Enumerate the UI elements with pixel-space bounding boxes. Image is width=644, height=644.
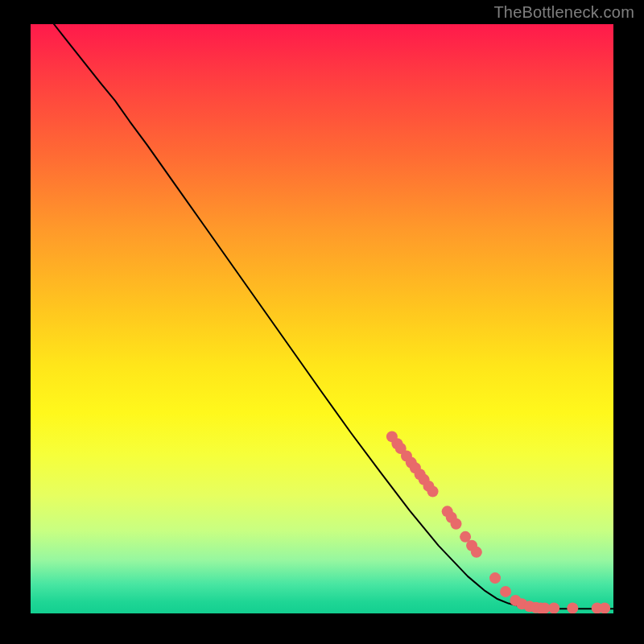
svg-point-24 [548,602,559,613]
plot-area [31,24,613,613]
svg-point-15 [471,547,482,558]
attribution-label: TheBottleneck.com [493,3,634,22]
svg-point-25 [567,602,578,613]
chart-container: TheBottleneck.com [0,0,644,644]
svg-point-12 [451,518,462,530]
svg-point-9 [427,485,439,497]
svg-point-16 [489,572,501,584]
svg-point-27 [599,602,610,613]
curve-line [54,24,613,609]
svg-point-17 [500,586,511,597]
chart-overlay [31,24,613,613]
